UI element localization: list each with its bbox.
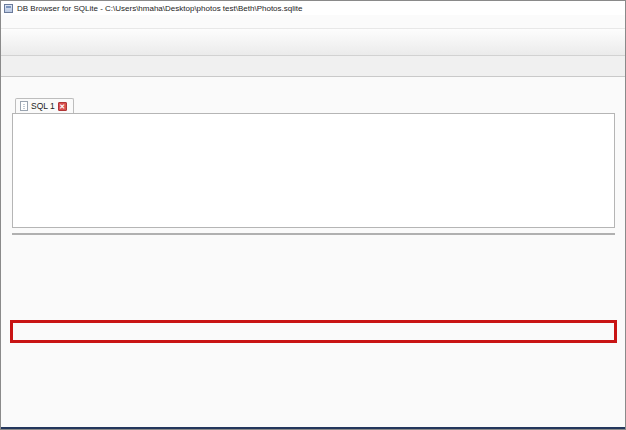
- title-bar: DB Browser for SQLite - C:\Users\hmaha\D…: [1, 1, 625, 15]
- window-title: DB Browser for SQLite - C:\Users\hmaha\D…: [17, 4, 302, 13]
- menu-bar: [1, 15, 625, 29]
- main-tab-bar: [1, 56, 625, 77]
- close-sql-tab-icon[interactable]: ✕: [58, 102, 67, 111]
- sql-tab[interactable]: SQL 1 ✕: [15, 98, 74, 113]
- highlight-annotation: [10, 320, 617, 343]
- sql-tab-strip: SQL 1 ✕: [1, 97, 625, 113]
- window-bottom-edge: [1, 427, 625, 429]
- main-toolbar: [1, 29, 625, 56]
- sql-editor[interactable]: [12, 113, 615, 228]
- app-window: DB Browser for SQLite - C:\Users\hmaha\D…: [0, 0, 626, 430]
- sql-tab-label: SQL 1: [31, 101, 55, 111]
- db-browser-app-icon: [4, 4, 13, 13]
- execute-sql-panel: SQL 1 ✕: [1, 77, 625, 429]
- sql-toolbar: [1, 77, 625, 97]
- results-grid-wrap: [12, 233, 615, 235]
- sql-document-icon: [20, 101, 28, 111]
- results-grid: [12, 233, 615, 235]
